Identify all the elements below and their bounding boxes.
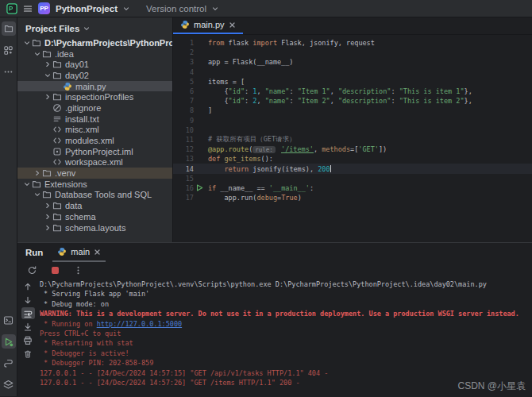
scroll-to-end-button[interactable] (21, 321, 35, 333)
project-name-button[interactable]: PythonProject (56, 4, 118, 13)
close-icon[interactable] (229, 21, 236, 29)
code-line-15[interactable]: 15 (173, 174, 532, 183)
code-line-5[interactable]: 5items = [ (173, 77, 532, 87)
console-text: * Debugger is active! (40, 349, 129, 357)
project-view-selector[interactable]: Project Files (25, 24, 79, 33)
code-line-1[interactable]: 1from flask import Flask, jsonify, reque… (173, 38, 532, 48)
up-stacktrace-button[interactable] (21, 280, 35, 292)
tree-item-database-tools-and-sql[interactable]: Database Tools and SQL (17, 190, 172, 201)
chevron-right-icon[interactable] (43, 94, 52, 100)
tree-item-idea[interactable]: .idea (17, 48, 172, 60)
tree-item-venv[interactable]: .venv (17, 168, 172, 179)
code-line-13[interactable]: 13def get_items(): (173, 154, 532, 164)
arrowdown-icon (23, 295, 33, 305)
clear-all-button[interactable] (21, 348, 35, 360)
chevron-right-icon[interactable] (43, 225, 52, 231)
console-text: * Serving Flask app 'main' (40, 290, 149, 298)
scrollend-icon (23, 322, 33, 332)
services-tool-button[interactable] (2, 377, 16, 391)
code-text: from flask import Flask, jsonify, reques… (205, 39, 375, 47)
stop-button[interactable] (48, 263, 62, 277)
version-control-button[interactable]: Version control (146, 4, 206, 13)
down-stacktrace-button[interactable] (21, 294, 35, 306)
chevron-right-icon[interactable] (43, 214, 52, 220)
code-line-10[interactable]: 10 (173, 125, 532, 135)
console-line: * Debugger is active! (40, 349, 532, 359)
more-tool-windows-button[interactable] (2, 64, 16, 79)
code-text: {"id": 2, "name": "Item 2", "description… (205, 97, 472, 105)
rerun-button[interactable] (25, 263, 39, 277)
chevron-right-icon[interactable] (43, 61, 52, 67)
main-menu-icon[interactable] (23, 4, 33, 13)
chevron-down-icon[interactable] (33, 191, 41, 198)
code-line-12[interactable]: 12@app.route(rule: '/items', methods=['G… (173, 145, 532, 154)
tree-item-inspectionprofiles[interactable]: inspectionProfiles (17, 91, 172, 102)
chevron-right-icon[interactable] (33, 170, 41, 176)
tree-item-pythonproject-iml[interactable]: PythonProject.iml (17, 146, 172, 157)
code-line-2[interactable]: 2 (173, 48, 532, 57)
more-options-button[interactable] (71, 263, 85, 277)
code-line-9[interactable]: 9 (173, 116, 532, 125)
code-text: app.run(debug=True) (205, 194, 302, 202)
code-line-3[interactable]: 3app = Flask(__name__) (173, 57, 532, 67)
tree-item-misc-xml[interactable]: misc.xml (17, 125, 172, 136)
stop-icon (51, 266, 60, 275)
run-toolbar (17, 262, 532, 278)
tree-item-gitignore[interactable]: .gitignore (17, 102, 172, 114)
folder-icon (52, 92, 63, 102)
run-line-icon[interactable] (194, 184, 205, 191)
code-line-4[interactable]: 4 (173, 67, 532, 77)
console-link[interactable]: http://127.0.0.1:5000 (97, 320, 182, 328)
folder-icon (52, 71, 63, 80)
tree-item-d-pycharmprojects-pythonproject[interactable]: D:\PycharmProjects\PythonProject (17, 37, 172, 48)
console-line: WARNING: This is a development server. D… (40, 310, 532, 319)
soft-wrap-button[interactable] (21, 307, 35, 319)
tree-item-schema[interactable]: schema (17, 211, 172, 222)
tree-item-day01[interactable]: day01 (17, 59, 172, 70)
tree-item-data[interactable]: data (17, 200, 172, 211)
code-line-6[interactable]: 6 {"id": 1, "name": "Item 1", "descripti… (173, 87, 532, 96)
editor-tab-bar: main.py (173, 17, 532, 35)
tree-item-main-py[interactable]: main.py (17, 81, 172, 92)
tree-item-modules-xml[interactable]: modules.xml (17, 135, 172, 146)
console-line: * Serving Flask app 'main' (40, 290, 532, 299)
print-button[interactable] (21, 334, 35, 346)
project-tool-button[interactable] (2, 21, 16, 36)
softwrap-icon (23, 309, 33, 318)
tree-item-install-txt[interactable]: install.txt (17, 114, 172, 125)
code-line-14[interactable]: 14 return jsonify(items), 200 (173, 164, 532, 173)
code-line-17[interactable]: 17 app.run(debug=True) (173, 193, 532, 202)
python-file-icon (57, 247, 67, 256)
folder-icon (52, 212, 63, 222)
chevron-down-icon[interactable] (22, 40, 31, 46)
console-output[interactable]: D:\PycharmProjects\PythonProject\.venv\S… (38, 278, 532, 396)
run-panel: Run main D:\PycharmProjects\PythonProjec… (17, 242, 532, 396)
code-editor[interactable]: 1from flask import Flask, jsonify, reque… (173, 35, 532, 242)
tree-item-schema-layouts[interactable]: schema.layouts (17, 222, 172, 233)
chevron-right-icon[interactable] (43, 202, 52, 209)
code-line-11[interactable]: 11# 获取所有项目（GET请求） (173, 135, 532, 145)
tree-item-extensions[interactable]: Extensions (17, 179, 172, 190)
tab-main-py[interactable]: main.py (173, 17, 243, 34)
tab-label: main.py (194, 20, 225, 29)
tree-item-label: Database Tools and SQL (52, 190, 152, 199)
structure-tool-button[interactable] (2, 43, 16, 57)
tree-item-workspace-xml[interactable]: workspace.xml (17, 157, 172, 168)
code-line-16[interactable]: 16if __name__ == '__main__': (173, 183, 532, 193)
xml-icon (52, 125, 63, 134)
chevron-down-icon[interactable] (43, 72, 52, 79)
iml-icon (52, 147, 63, 156)
line-number: 3 (173, 58, 194, 66)
code-line-7[interactable]: 7 {"id": 2, "name": "Item 2", "descripti… (173, 96, 532, 106)
code-line-8[interactable]: 8] (173, 106, 532, 115)
terminal-tool-button[interactable] (2, 313, 16, 327)
python-console-tool-button[interactable] (2, 356, 16, 370)
line-number: 9 (173, 117, 194, 125)
close-icon[interactable] (94, 249, 101, 256)
run-tab-main[interactable]: main (52, 243, 106, 262)
chevron-down-icon[interactable] (33, 51, 41, 57)
run-tool-button[interactable] (2, 334, 16, 349)
tree-item-day02[interactable]: day02 (17, 70, 172, 81)
tree-item-label: D:\PycharmProjects\PythonProject (42, 38, 172, 48)
chevron-down-icon[interactable] (22, 181, 31, 187)
